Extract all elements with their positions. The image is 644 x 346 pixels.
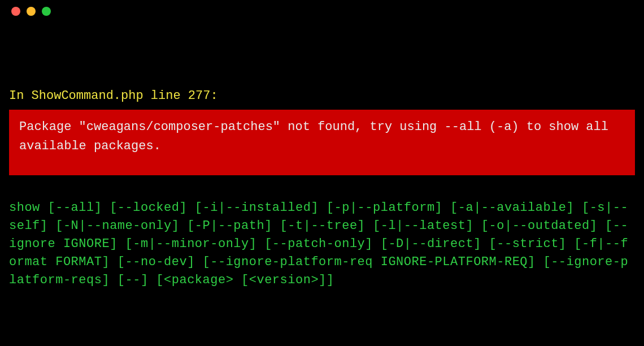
error-message-block: Package "cweagans/composer-patches" not … bbox=[9, 110, 635, 175]
window-titlebar bbox=[0, 0, 644, 23]
command-usage-text: show [--all] [--locked] [-i|--installed]… bbox=[9, 199, 635, 289]
close-icon[interactable] bbox=[11, 7, 20, 16]
error-context-line: In ShowCommand.php line 277: bbox=[9, 88, 635, 105]
blank-space bbox=[9, 23, 635, 88]
terminal-output: In ShowCommand.php line 277: Package "cw… bbox=[0, 23, 644, 289]
minimize-icon[interactable] bbox=[27, 7, 36, 16]
error-message-text: Package "cweagans/composer-patches" not … bbox=[19, 120, 608, 153]
zoom-icon[interactable] bbox=[42, 7, 51, 16]
